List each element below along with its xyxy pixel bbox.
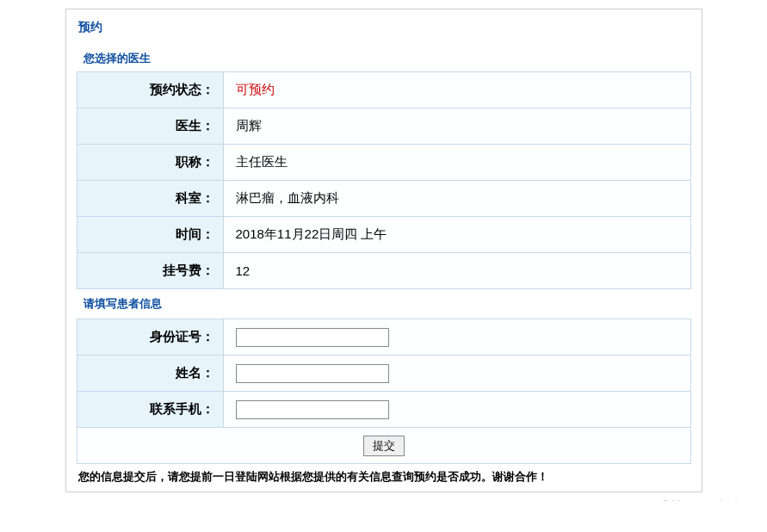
id-number-input[interactable] [236, 328, 389, 347]
footer-note: 您的信息提交后，请您提前一日登陆网站根据您提供的有关信息查询预约是否成功。谢谢合… [77, 464, 691, 485]
value-department: 淋巴瘤，血液内科 [223, 181, 690, 217]
label-phone: 联系手机： [77, 392, 223, 428]
value-status: 可预约 [223, 72, 690, 108]
label-id-number: 身份证号： [77, 319, 223, 356]
name-input[interactable] [236, 364, 389, 383]
value-fee: 12 [223, 253, 690, 289]
submit-cell: 提交 [77, 428, 690, 464]
label-time: 时间： [77, 217, 223, 253]
value-time: 2018年11月22日周四 上午 [223, 217, 690, 253]
patient-section-title: 请填写患者信息 [77, 289, 691, 317]
doctor-section-title: 您选择的医生 [77, 44, 691, 71]
label-doctor: 医生： [77, 108, 223, 145]
row-submit: 提交 [77, 428, 690, 464]
row-phone: 联系手机： [77, 392, 690, 428]
status-text: 可预约 [236, 82, 275, 96]
doctor-info-table: 预约状态： 可预约 医生： 周辉 职称： 主任医生 科室： 淋巴瘤，血液内科 时… [77, 71, 691, 289]
submit-button[interactable]: 提交 [363, 436, 405, 456]
watermark: CSDN @biyezuopinvip [622, 498, 745, 501]
row-time: 时间： 2018年11月22日周四 上午 [77, 217, 690, 253]
row-name: 姓名： [77, 356, 690, 392]
label-name: 姓名： [77, 356, 223, 392]
panel-title: 预约 [77, 18, 691, 44]
row-fee: 挂号费： 12 [77, 253, 690, 289]
label-department: 科室： [77, 181, 223, 217]
appointment-panel: 预约 您选择的医生 预约状态： 可预约 医生： 周辉 职称： 主任医生 科室： … [65, 9, 702, 492]
row-id-number: 身份证号： [77, 319, 690, 356]
row-status: 预约状态： 可预约 [77, 72, 690, 108]
patient-form-table: 身份证号： 姓名： 联系手机： 提交 [77, 319, 691, 464]
label-status: 预约状态： [77, 72, 223, 108]
row-department: 科室： 淋巴瘤，血液内科 [77, 181, 690, 217]
cell-name [223, 356, 690, 392]
row-doctor: 医生： 周辉 [77, 108, 690, 145]
phone-input[interactable] [236, 400, 389, 419]
label-title-rank: 职称： [77, 145, 223, 181]
value-doctor: 周辉 [223, 108, 690, 145]
row-title-rank: 职称： 主任医生 [77, 145, 690, 181]
label-fee: 挂号费： [77, 253, 223, 289]
cell-phone [223, 392, 690, 428]
cell-id-number [223, 319, 690, 356]
value-title-rank: 主任医生 [223, 145, 690, 181]
